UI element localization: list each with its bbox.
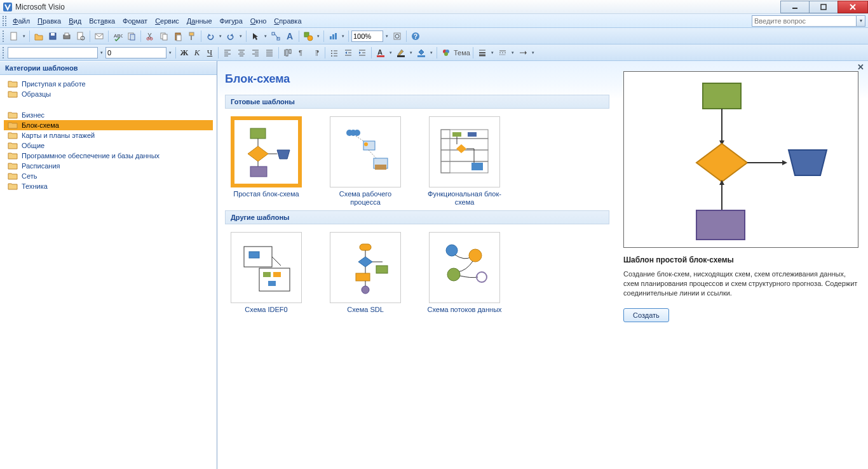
decrease-indent-icon[interactable]: [342, 46, 355, 59]
shapes-dropdown[interactable]: ▾: [316, 34, 321, 39]
font-family-input[interactable]: [8, 47, 98, 58]
align-right-icon[interactable]: [249, 46, 262, 59]
template-thumbnail: [330, 116, 401, 187]
toolbar-grip-2[interactable]: [3, 47, 5, 58]
maximize-button[interactable]: [809, 1, 838, 13]
font-color-dropdown[interactable]: ▾: [388, 50, 393, 55]
cut-icon[interactable]: [144, 30, 156, 43]
spellcheck-icon[interactable]: ABC: [111, 30, 124, 43]
category-item[interactable]: Карты и планы этажей: [4, 130, 213, 140]
category-item[interactable]: Образцы: [4, 89, 213, 99]
menu-view[interactable]: Вид: [65, 16, 85, 26]
template-card[interactable]: Схема рабочего процесса: [324, 116, 407, 207]
line-pattern-dropdown[interactable]: ▾: [510, 50, 515, 55]
menu-window[interactable]: Окно: [247, 16, 271, 26]
mail-icon[interactable]: [93, 30, 105, 43]
zoom-fit-icon[interactable]: [391, 30, 403, 43]
font-dropdown[interactable]: ▾: [99, 50, 104, 55]
text-tool-icon[interactable]: A: [283, 30, 296, 43]
line-weight-dropdown[interactable]: ▾: [490, 50, 495, 55]
research-icon[interactable]: [125, 30, 138, 43]
arrow-ends-icon[interactable]: [517, 46, 529, 59]
svg-rect-34: [335, 33, 337, 39]
font-size-input[interactable]: [105, 47, 166, 58]
menu-file[interactable]: Файл: [9, 16, 34, 26]
zoom-dropdown[interactable]: ▾: [384, 34, 390, 39]
line-pattern-icon[interactable]: [496, 46, 509, 59]
template-card[interactable]: Функциональная блок-схема: [423, 116, 506, 207]
template-card[interactable]: Схема потоков данных: [423, 232, 506, 314]
template-card[interactable]: Схема IDEF0: [225, 232, 308, 314]
align-center-icon[interactable]: [235, 46, 248, 59]
menubar-grip[interactable]: [3, 16, 6, 26]
line-color-icon[interactable]: [395, 46, 407, 59]
open-icon[interactable]: [32, 30, 45, 43]
connector-icon[interactable]: [269, 30, 282, 43]
menu-format[interactable]: Формат: [119, 16, 151, 26]
paste-icon[interactable]: [172, 30, 184, 43]
redo-dropdown[interactable]: ▾: [238, 34, 243, 39]
category-label: Программное обеспечение и базы данных: [22, 152, 159, 160]
menu-shape[interactable]: Фигура: [216, 16, 247, 26]
preview-close-icon[interactable]: ✕: [857, 62, 864, 72]
line-weight-icon[interactable]: [476, 46, 489, 59]
copy-icon[interactable]: [158, 30, 170, 43]
help-icon[interactable]: ?: [409, 30, 422, 43]
bullets-icon[interactable]: [328, 46, 341, 59]
category-item[interactable]: Общие: [4, 140, 213, 151]
category-item[interactable]: Программное обеспечение и базы данных: [4, 151, 213, 161]
fill-color-dropdown[interactable]: ▾: [429, 50, 434, 55]
category-item[interactable]: Расписания: [4, 161, 213, 171]
align-top-icon[interactable]: [281, 46, 294, 59]
pointer-dropdown[interactable]: ▾: [263, 34, 268, 39]
visio-app-icon: [3, 2, 13, 12]
chart-icon[interactable]: [327, 30, 339, 43]
template-card[interactable]: Простая блок-схема: [225, 116, 308, 207]
category-item[interactable]: Техника: [4, 181, 213, 191]
underline-button[interactable]: Ч: [204, 47, 215, 58]
chart-dropdown[interactable]: ▾: [341, 34, 346, 39]
template-card[interactable]: Схема SDL: [324, 232, 407, 314]
shapes-icon[interactable]: [302, 30, 315, 43]
font-color-icon[interactable]: A: [374, 46, 387, 59]
help-search-input[interactable]: [752, 15, 857, 27]
fill-color-icon[interactable]: [415, 46, 428, 59]
print-icon[interactable]: [60, 30, 73, 43]
menu-data[interactable]: Данные: [183, 16, 216, 26]
undo-icon[interactable]: [204, 30, 217, 43]
theme-icon[interactable]: [440, 46, 452, 59]
menu-help[interactable]: Справка: [270, 16, 305, 26]
pointer-icon[interactable]: [249, 30, 262, 43]
redo-icon[interactable]: [224, 30, 237, 43]
zoom-input[interactable]: [351, 31, 383, 42]
save-icon[interactable]: [46, 30, 59, 43]
help-search-box: ▾: [752, 15, 865, 27]
increase-indent-icon[interactable]: [356, 46, 369, 59]
new-doc-icon[interactable]: [8, 30, 20, 43]
line-color-dropdown[interactable]: ▾: [409, 50, 414, 55]
minimize-button[interactable]: [780, 1, 810, 13]
align-left-icon[interactable]: [221, 46, 234, 59]
align-bottom-icon[interactable]: ¶: [309, 46, 322, 59]
bold-button[interactable]: Ж: [179, 47, 190, 58]
undo-dropdown[interactable]: ▾: [218, 34, 223, 39]
size-dropdown[interactable]: ▾: [168, 50, 173, 55]
toolbar-grip-1[interactable]: [3, 31, 5, 42]
arrow-ends-dropdown[interactable]: ▾: [531, 50, 536, 55]
create-button[interactable]: Создать: [623, 308, 669, 322]
align-middle-icon[interactable]: ¶: [295, 46, 308, 59]
menu-insert[interactable]: Вставка: [85, 16, 119, 26]
category-item[interactable]: Блок-схема: [4, 120, 213, 130]
print-preview-icon[interactable]: [74, 30, 87, 43]
italic-button[interactable]: К: [191, 47, 203, 58]
menu-edit[interactable]: Правка: [34, 16, 65, 26]
menu-tools[interactable]: Сервис: [151, 16, 183, 26]
justify-icon[interactable]: [263, 46, 276, 59]
category-item[interactable]: Приступая к работе: [4, 79, 213, 89]
category-item[interactable]: Бизнес: [4, 110, 213, 120]
help-search-dropdown[interactable]: ▾: [857, 15, 865, 27]
category-item[interactable]: Сеть: [4, 171, 213, 181]
format-painter-icon[interactable]: [186, 30, 198, 43]
new-dropdown[interactable]: ▾: [22, 34, 27, 39]
close-button[interactable]: [837, 1, 868, 13]
